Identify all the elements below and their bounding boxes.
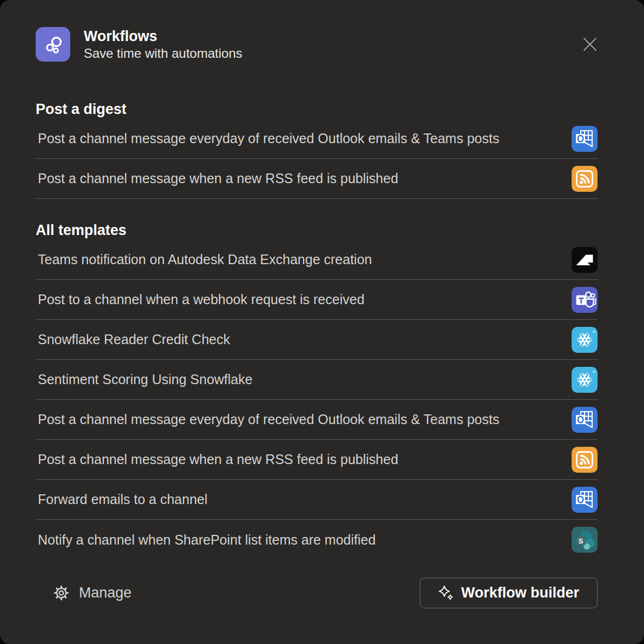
workflow-share-icon bbox=[36, 27, 70, 62]
template-label: Forward emails to a channel bbox=[38, 492, 565, 507]
header-text: Workflows Save time with automations bbox=[84, 27, 242, 62]
template-label: Sentiment Scoring Using Snowflake bbox=[38, 372, 565, 387]
rss-icon bbox=[572, 166, 598, 192]
workflow-builder-button[interactable]: Workflow builder bbox=[420, 578, 598, 608]
sparkle-icon bbox=[438, 585, 454, 601]
template-label: Post a channel message everyday of recei… bbox=[38, 131, 565, 146]
dialog-header: Workflows Save time with automations bbox=[36, 27, 598, 62]
template-label: Post a channel message everyday of recei… bbox=[38, 412, 565, 427]
template-label: Post a channel message when a new RSS fe… bbox=[38, 452, 565, 467]
section-heading: Post a digest bbox=[36, 100, 598, 118]
outlook-icon bbox=[572, 126, 598, 152]
rss-icon bbox=[572, 447, 598, 473]
template-label: Notify a channel when SharePoint list it… bbox=[38, 532, 565, 548]
workflows-dialog: Workflows Save time with automations Pos… bbox=[0, 0, 644, 644]
template-row[interactable]: Post to a channel when a webhook request… bbox=[36, 280, 598, 320]
workflow-builder-label: Workflow builder bbox=[461, 585, 579, 601]
close-button[interactable] bbox=[582, 37, 598, 52]
close-icon bbox=[582, 37, 598, 52]
snowflake-icon bbox=[572, 327, 598, 353]
section-post-a-digest: Post a digest Post a channel message eve… bbox=[36, 100, 598, 199]
template-row[interactable]: Post a channel message when a new RSS fe… bbox=[36, 159, 598, 199]
template-row[interactable]: Teams notification on Autodesk Data Exch… bbox=[36, 240, 598, 280]
template-label: Post to a channel when a webhook request… bbox=[38, 292, 565, 307]
template-row[interactable]: Post a channel message everyday of recei… bbox=[36, 119, 598, 159]
template-row[interactable]: Forward emails to a channel bbox=[36, 480, 598, 520]
template-row[interactable]: Sentiment Scoring Using Snowflake bbox=[36, 360, 598, 400]
sharepoint-icon bbox=[572, 527, 598, 553]
dialog-footer: Manage Workflow builder bbox=[36, 577, 598, 608]
template-row[interactable]: Notify a channel when SharePoint list it… bbox=[36, 520, 598, 560]
section-all-templates: All templates Teams notification on Auto… bbox=[36, 222, 598, 560]
outlook-icon bbox=[572, 487, 598, 513]
template-row[interactable]: Post a channel message when a new RSS fe… bbox=[36, 440, 598, 480]
autodesk-icon bbox=[572, 247, 598, 273]
section-heading: All templates bbox=[36, 222, 598, 239]
template-row[interactable]: Snowflake Reader Credit Check bbox=[36, 320, 598, 360]
template-label: Post a channel message when a new RSS fe… bbox=[38, 171, 565, 186]
manage-label: Manage bbox=[79, 585, 132, 601]
teams-icon bbox=[572, 287, 598, 313]
dialog-title: Workflows bbox=[84, 27, 242, 45]
dialog-subtitle: Save time with automations bbox=[84, 45, 242, 62]
snowflake-icon bbox=[572, 367, 598, 393]
template-label: Teams notification on Autodesk Data Exch… bbox=[38, 252, 565, 267]
template-row[interactable]: Post a channel message everyday of recei… bbox=[36, 400, 598, 440]
template-label: Snowflake Reader Credit Check bbox=[38, 332, 565, 347]
gear-icon bbox=[53, 585, 70, 601]
manage-button[interactable]: Manage bbox=[53, 585, 132, 601]
outlook-icon bbox=[572, 407, 598, 433]
